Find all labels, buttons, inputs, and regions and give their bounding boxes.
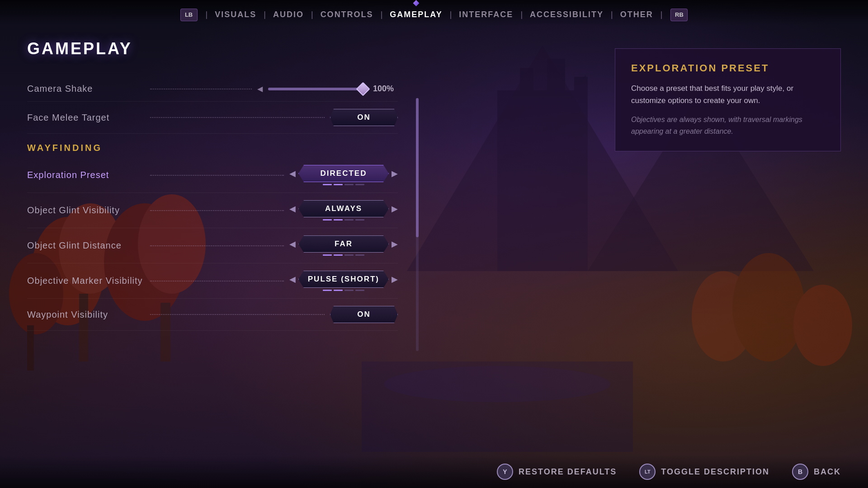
nav-sep-7: | (611, 10, 613, 19)
exploration-preset-cycle[interactable]: ◀ DIRECTED ▶ (289, 165, 398, 182)
glint-vis-value: ALWAYS (298, 200, 389, 217)
scrollbar[interactable] (416, 98, 419, 351)
back-btn: B (792, 464, 808, 480)
exploration-preset-indicators (323, 184, 364, 185)
nav-sep-6: | (520, 10, 523, 19)
nav-sep-8: | (660, 10, 663, 19)
camera-shake-label: Camera Shake (27, 84, 145, 94)
nav-item-controls[interactable]: CONTROLS (318, 8, 376, 21)
info-box-note: Objectives are always shown, with traver… (631, 114, 825, 137)
obj-marker-dots (150, 281, 284, 282)
waypoint-vis-toggle[interactable]: ON (330, 306, 398, 323)
wayfinding-header: WAYFINDING (27, 134, 398, 158)
exploration-preset-label: Exploration Preset (27, 170, 145, 180)
nav-sep-5: | (450, 10, 452, 19)
nav-sep-3: | (311, 10, 313, 19)
glint-vis-next[interactable]: ▶ (392, 204, 398, 214)
object-glint-vis-row: Object Glint Visibility ◀ ALWAYS ▶ (27, 193, 398, 228)
info-box-description: Choose a preset that best fits your play… (631, 82, 825, 107)
lb-button[interactable]: LB (180, 9, 198, 21)
slider-left-arrow[interactable]: ◀ (257, 84, 263, 93)
glint-vis-prev[interactable]: ◀ (289, 204, 296, 214)
object-glint-dist-label: Object Glint Distance (27, 240, 145, 251)
toggle-description-btn: LT (639, 464, 656, 480)
face-melee-label: Face Melee Target (27, 113, 145, 123)
waypoint-vis-label: Waypoint Visibility (27, 310, 145, 320)
settings-list: Camera Shake ◀ 100% Face Melee Target (27, 76, 398, 331)
exploration-value: DIRECTED (298, 165, 389, 182)
object-glint-dist-cycle[interactable]: ◀ FAR ▶ (289, 235, 398, 253)
nav-item-audio[interactable]: AUDIO (270, 8, 307, 21)
slider-track (268, 88, 368, 90)
glint-vis-indicators (323, 219, 364, 221)
toggle-description-label: TOGGLE DESCRIPTION (661, 467, 769, 477)
page-title: GAMEPLAY (27, 39, 398, 58)
obj-marker-next[interactable]: ▶ (392, 274, 398, 284)
glint-dist-dots (150, 245, 284, 246)
obj-marker-indicators (323, 290, 364, 291)
back-action[interactable]: B BACK (792, 464, 841, 480)
nav-item-accessibility[interactable]: ACCESSIBILITY (527, 8, 606, 21)
face-melee-toggle[interactable]: ON (330, 109, 398, 126)
nav-sep-1: | (206, 10, 208, 19)
exploration-next[interactable]: ▶ (392, 169, 398, 178)
glint-dist-indicators (323, 254, 364, 256)
exploration-preset-row: Exploration Preset ◀ DIRECTED ▶ (27, 158, 398, 193)
info-box-title: EXPLORATION PRESET (631, 62, 825, 74)
back-label: BACK (814, 467, 841, 477)
camera-shake-row: Camera Shake ◀ 100% (27, 76, 398, 102)
rb-button[interactable]: RB (670, 9, 688, 21)
waypoint-vis-row: Waypoint Visibility ON (27, 299, 398, 331)
object-glint-vis-label: Object Glint Visibility (27, 205, 145, 216)
object-glint-dist-row: Object Glint Distance ◀ FAR ▶ (27, 228, 398, 263)
exploration-prev[interactable]: ◀ (289, 169, 296, 178)
slider-fill (268, 88, 368, 90)
exploration-dots (150, 175, 284, 176)
nav-item-other[interactable]: OTHER (618, 8, 656, 21)
camera-shake-dots (150, 89, 252, 89)
glint-dist-next[interactable]: ▶ (392, 239, 398, 249)
nav-sep-2: | (264, 10, 266, 19)
camera-shake-slider[interactable]: ◀ 100% (257, 84, 398, 94)
face-melee-dots (150, 117, 325, 118)
obj-marker-prev[interactable]: ◀ (289, 274, 296, 284)
glint-dist-value: FAR (298, 235, 389, 253)
nav-item-visuals[interactable]: VISUALS (212, 8, 259, 21)
obj-marker-cycle[interactable]: ◀ PULSE (SHORT) ▶ (289, 271, 398, 288)
top-nav: LB | VISUALS | AUDIO | CONTROLS | GAMEPL… (0, 0, 868, 26)
restore-defaults-btn: Y (497, 464, 513, 480)
right-panel: EXPLORATION PRESET Choose a preset that … (437, 39, 841, 446)
restore-defaults-action[interactable]: Y RESTORE DEFAULTS (497, 464, 617, 480)
slider-value: 100% (373, 84, 398, 94)
nav-item-gameplay[interactable]: GAMEPLAY (387, 8, 445, 21)
nav-item-interface[interactable]: INTERFACE (456, 8, 516, 21)
restore-defaults-label: RESTORE DEFAULTS (519, 467, 617, 477)
glint-vis-dots (150, 210, 284, 211)
bottom-bar: Y RESTORE DEFAULTS LT TOGGLE DESCRIPTION… (0, 455, 868, 488)
info-box: EXPLORATION PRESET Choose a preset that … (615, 48, 841, 151)
toggle-description-action[interactable]: LT TOGGLE DESCRIPTION (639, 464, 769, 480)
glint-dist-prev[interactable]: ◀ (289, 239, 296, 249)
obj-marker-value: PULSE (SHORT) (298, 271, 389, 288)
obj-marker-row: Objective Marker Visibility ◀ PULSE (SHO… (27, 263, 398, 299)
slider-thumb (356, 82, 370, 96)
object-glint-vis-cycle[interactable]: ◀ ALWAYS ▶ (289, 200, 398, 217)
nav-sep-4: | (381, 10, 383, 19)
obj-marker-label: Objective Marker Visibility (27, 276, 145, 286)
face-melee-row: Face Melee Target ON (27, 102, 398, 134)
waypoint-vis-dots (150, 314, 325, 315)
scrollbar-thumb (416, 98, 419, 237)
